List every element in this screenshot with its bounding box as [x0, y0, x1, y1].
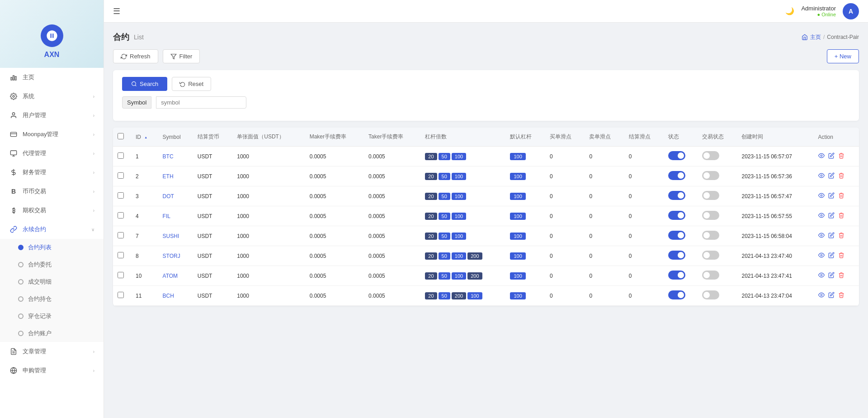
cell-status[interactable]	[664, 186, 698, 206]
refresh-button[interactable]: Refresh	[113, 49, 158, 63]
cell-trade-status[interactable]	[698, 166, 737, 186]
sidebar-item-perpetual[interactable]: 永续合约 ∨	[0, 220, 104, 239]
edit-icon-3[interactable]	[828, 192, 835, 200]
row-checkbox-10[interactable]	[118, 272, 124, 278]
cell-symbol[interactable]: STORJ	[163, 253, 180, 259]
submenu-contract-order[interactable]: 合约委托	[0, 256, 104, 273]
row-checkbox-4[interactable]	[118, 212, 124, 218]
sidebar-item-agent[interactable]: 代理管理 ›	[0, 144, 104, 163]
avatar[interactable]: A	[843, 3, 859, 19]
cell-status[interactable]	[664, 166, 698, 186]
row-checkbox-2[interactable]	[118, 172, 124, 179]
view-icon-1[interactable]	[818, 152, 825, 160]
submenu-trade-detail[interactable]: 成交明细	[0, 273, 104, 290]
sidebar-item-coin-trade[interactable]: B 币币交易 ›	[0, 182, 104, 201]
status-toggle-10[interactable]	[668, 271, 685, 280]
view-icon-2[interactable]	[818, 172, 825, 180]
status-toggle-8[interactable]	[668, 251, 685, 260]
cell-status[interactable]	[664, 147, 698, 166]
select-all-checkbox[interactable]	[118, 133, 124, 139]
submenu-contract-account[interactable]: 合约账户	[0, 325, 104, 342]
cell-trade-status[interactable]	[698, 186, 737, 206]
view-icon-7[interactable]	[818, 232, 825, 240]
delete-icon-8[interactable]	[838, 252, 844, 260]
row-checkbox-11[interactable]	[118, 292, 124, 298]
sidebar-item-user-mgmt[interactable]: 用户管理 ›	[0, 106, 104, 125]
status-toggle-1[interactable]	[668, 151, 685, 160]
cell-status[interactable]	[664, 206, 698, 226]
sidebar-item-home[interactable]: 主页	[0, 68, 104, 87]
sidebar-item-purchase[interactable]: 申购管理 ›	[0, 361, 104, 380]
edit-icon-2[interactable]	[828, 172, 835, 180]
cell-status[interactable]	[664, 246, 698, 266]
cell-symbol[interactable]: BCH	[163, 293, 174, 299]
sidebar-item-system[interactable]: 系统 ›	[0, 87, 104, 106]
edit-icon-1[interactable]	[828, 152, 835, 160]
delete-icon-3[interactable]	[838, 192, 844, 200]
trade-status-toggle-3[interactable]	[702, 191, 719, 200]
cell-trade-status[interactable]	[698, 246, 737, 266]
sidebar-item-moonpay[interactable]: Moonpay管理 ›	[0, 125, 104, 144]
trade-status-toggle-1[interactable]	[702, 151, 719, 160]
hamburger-icon[interactable]: ☰	[113, 6, 120, 16]
search-button[interactable]: Search	[122, 77, 167, 91]
delete-icon-1[interactable]	[838, 152, 844, 160]
submenu-contract-position[interactable]: 合约持仓	[0, 290, 104, 308]
cell-symbol[interactable]: BTC	[163, 153, 174, 160]
status-toggle-4[interactable]	[668, 211, 685, 220]
cell-symbol[interactable]: DOT	[163, 193, 174, 200]
view-icon-10[interactable]	[818, 272, 825, 280]
delete-icon-11[interactable]	[838, 292, 844, 299]
view-icon-8[interactable]	[818, 252, 825, 260]
edit-icon-8[interactable]	[828, 252, 835, 260]
sidebar-item-article[interactable]: 文章管理 ›	[0, 342, 104, 361]
cell-symbol[interactable]: FIL	[163, 213, 170, 219]
delete-icon-10[interactable]	[838, 272, 844, 280]
cell-trade-status[interactable]	[698, 286, 737, 306]
cell-status[interactable]	[664, 226, 698, 246]
delete-icon-4[interactable]	[838, 212, 844, 220]
row-checkbox-7[interactable]	[118, 232, 124, 238]
row-checkbox-3[interactable]	[118, 192, 124, 199]
cell-symbol[interactable]: SUSHI	[163, 233, 179, 239]
trade-status-toggle-7[interactable]	[702, 231, 719, 240]
status-toggle-3[interactable]	[668, 191, 685, 200]
submenu-contract-list[interactable]: 合约列表	[0, 239, 104, 256]
cell-trade-status[interactable]	[698, 266, 737, 286]
status-toggle-2[interactable]	[668, 171, 685, 180]
view-icon-11[interactable]	[818, 292, 825, 299]
view-icon-4[interactable]	[818, 212, 825, 220]
edit-icon-4[interactable]	[828, 212, 835, 220]
row-checkbox-1[interactable]	[118, 152, 124, 159]
cell-status[interactable]	[664, 286, 698, 306]
trade-status-toggle-11[interactable]	[702, 290, 719, 299]
trade-status-toggle-4[interactable]	[702, 211, 719, 220]
cell-trade-status[interactable]	[698, 206, 737, 226]
status-toggle-7[interactable]	[668, 231, 685, 240]
row-checkbox-8[interactable]	[118, 252, 124, 258]
cell-trade-status[interactable]	[698, 147, 737, 166]
trade-status-toggle-2[interactable]	[702, 171, 719, 180]
theme-toggle-icon[interactable]: 🌙	[785, 7, 794, 15]
cell-trade-status[interactable]	[698, 226, 737, 246]
trade-status-toggle-10[interactable]	[702, 271, 719, 280]
cell-symbol[interactable]: ETH	[163, 173, 174, 180]
trade-status-toggle-8[interactable]	[702, 251, 719, 260]
reset-button[interactable]: Reset	[172, 77, 211, 91]
cell-status[interactable]	[664, 266, 698, 286]
delete-icon-2[interactable]	[838, 172, 844, 180]
new-button[interactable]: + New	[827, 49, 859, 63]
edit-icon-10[interactable]	[828, 272, 835, 280]
cell-symbol[interactable]: ATOM	[163, 273, 178, 279]
submenu-穿仓记录[interactable]: 穿仓记录	[0, 308, 104, 325]
status-toggle-11[interactable]	[668, 290, 685, 299]
edit-icon-11[interactable]	[828, 292, 835, 299]
symbol-input[interactable]	[156, 96, 246, 109]
sidebar-item-finance[interactable]: 财务管理 ›	[0, 163, 104, 182]
sidebar-item-futures[interactable]: ₿ 期权交易 ›	[0, 201, 104, 220]
view-icon-3[interactable]	[818, 192, 825, 200]
breadcrumb-home-link[interactable]: 主页	[810, 33, 821, 41]
filter-button[interactable]: Filter	[163, 49, 200, 63]
delete-icon-7[interactable]	[838, 232, 844, 240]
edit-icon-7[interactable]	[828, 232, 835, 240]
